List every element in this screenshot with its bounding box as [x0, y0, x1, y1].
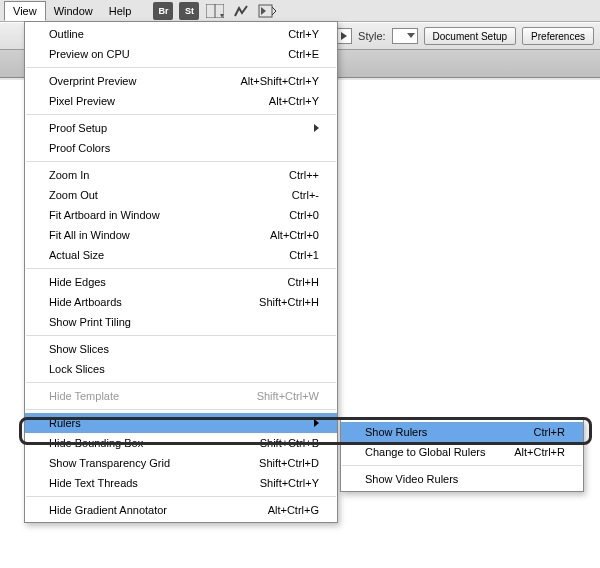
menu-label: Change to Global Rulers — [365, 445, 485, 459]
menu-shortcut: Shift+Ctrl+H — [259, 295, 319, 309]
menu-separator — [26, 382, 336, 383]
menu-label: Outline — [49, 27, 84, 41]
menu-label: Actual Size — [49, 248, 104, 262]
menu-separator — [26, 114, 336, 115]
menu-shortcut: Ctrl+H — [288, 275, 319, 289]
menu-label: Show Print Tiling — [49, 315, 131, 329]
style-label: Style: — [358, 30, 386, 42]
menu-label: Lock Slices — [49, 362, 105, 376]
menu-fit-artboard[interactable]: Fit Artboard in Window Ctrl+0 — [25, 205, 337, 225]
menu-overprint-preview[interactable]: Overprint Preview Alt+Shift+Ctrl+Y — [25, 71, 337, 91]
menu-label: Show Slices — [49, 342, 109, 356]
menu-label: Overprint Preview — [49, 74, 136, 88]
menu-label: Hide Edges — [49, 275, 106, 289]
submenu-global-rulers[interactable]: Change to Global Rulers Alt+Ctrl+R — [341, 442, 583, 462]
menu-rulers[interactable]: Rulers — [25, 413, 337, 433]
menu-shortcut: Alt+Ctrl+Y — [269, 94, 319, 108]
menu-separator — [26, 161, 336, 162]
menu-label: Rulers — [49, 416, 81, 430]
menu-shortcut: Shift+Ctrl+B — [260, 436, 319, 450]
menu-label: Hide Template — [49, 389, 119, 403]
menu-label: Zoom Out — [49, 188, 98, 202]
menu-label: Show Transparency Grid — [49, 456, 170, 470]
menu-label: Proof Colors — [49, 141, 110, 155]
menu-view[interactable]: View — [4, 1, 46, 21]
menu-shortcut: Ctrl+0 — [289, 208, 319, 222]
menu-hide-edges[interactable]: Hide Edges Ctrl+H — [25, 272, 337, 292]
menu-separator — [342, 465, 582, 466]
menu-label: Preview on CPU — [49, 47, 130, 61]
menu-actual-size[interactable]: Actual Size Ctrl+1 — [25, 245, 337, 265]
menu-separator — [26, 496, 336, 497]
stock-icon[interactable]: St — [179, 2, 199, 20]
svg-marker-2 — [220, 14, 224, 18]
menu-label: Zoom In — [49, 168, 89, 182]
menu-shortcut: Ctrl+- — [292, 188, 319, 202]
arrange-docs-icon[interactable] — [205, 2, 225, 20]
menu-label: Fit All in Window — [49, 228, 130, 242]
menu-label: Show Video Rulers — [365, 472, 458, 486]
menu-label: Hide Text Threads — [49, 476, 138, 490]
menu-label: Proof Setup — [49, 121, 107, 135]
style-swatch[interactable] — [392, 28, 418, 44]
menu-label: Fit Artboard in Window — [49, 208, 160, 222]
menu-zoom-in[interactable]: Zoom In Ctrl++ — [25, 165, 337, 185]
menu-shortcut: Shift+Ctrl+W — [257, 389, 319, 403]
menu-shortcut: Shift+Ctrl+Y — [260, 476, 319, 490]
bridge-icon[interactable]: Br — [153, 2, 173, 20]
rulers-submenu: Show Rulers Ctrl+R Change to Global Rule… — [340, 419, 584, 492]
menu-help[interactable]: Help — [101, 2, 140, 20]
menubar-icon-group: Br St — [153, 2, 277, 20]
menu-show-transparency-grid[interactable]: Show Transparency Grid Shift+Ctrl+D — [25, 453, 337, 473]
submenu-show-rulers[interactable]: Show Rulers Ctrl+R — [341, 422, 583, 442]
menu-shortcut: Ctrl+Y — [288, 27, 319, 41]
menu-pixel-preview[interactable]: Pixel Preview Alt+Ctrl+Y — [25, 91, 337, 111]
view-menu-dropdown: Outline Ctrl+Y Preview on CPU Ctrl+E Ove… — [24, 21, 338, 523]
menu-proof-colors[interactable]: Proof Colors — [25, 138, 337, 158]
menu-print-tiling[interactable]: Show Print Tiling — [25, 312, 337, 332]
preferences-button[interactable]: Preferences — [522, 27, 594, 45]
menu-outline[interactable]: Outline Ctrl+Y — [25, 24, 337, 44]
menu-label: Hide Artboards — [49, 295, 122, 309]
search-icon[interactable] — [257, 2, 277, 20]
menu-zoom-out[interactable]: Zoom Out Ctrl+- — [25, 185, 337, 205]
menu-separator — [26, 409, 336, 410]
menu-label: Hide Bounding Box — [49, 436, 143, 450]
gpu-icon[interactable] — [231, 2, 251, 20]
menu-fit-all[interactable]: Fit All in Window Alt+Ctrl+0 — [25, 225, 337, 245]
menu-lock-slices[interactable]: Lock Slices — [25, 359, 337, 379]
menu-label: Show Rulers — [365, 425, 427, 439]
graphic-style-play-icon[interactable] — [336, 28, 352, 44]
menu-hide-bounding-box[interactable]: Hide Bounding Box Shift+Ctrl+B — [25, 433, 337, 453]
menu-shortcut: Ctrl+R — [534, 425, 565, 439]
menu-shortcut: Alt+Shift+Ctrl+Y — [240, 74, 319, 88]
menu-proof-setup[interactable]: Proof Setup — [25, 118, 337, 138]
menu-preview-cpu[interactable]: Preview on CPU Ctrl+E — [25, 44, 337, 64]
submenu-arrow-icon — [314, 419, 319, 427]
menu-label: Hide Gradient Annotator — [49, 503, 167, 517]
submenu-video-rulers[interactable]: Show Video Rulers — [341, 469, 583, 489]
menu-shortcut: Ctrl++ — [289, 168, 319, 182]
menu-hide-gradient-annotator[interactable]: Hide Gradient Annotator Alt+Ctrl+G — [25, 500, 337, 520]
menu-hide-template: Hide Template Shift+Ctrl+W — [25, 386, 337, 406]
menu-window[interactable]: Window — [46, 2, 101, 20]
menu-shortcut: Ctrl+E — [288, 47, 319, 61]
submenu-arrow-icon — [314, 124, 319, 132]
menu-separator — [26, 67, 336, 68]
menu-hide-text-threads[interactable]: Hide Text Threads Shift+Ctrl+Y — [25, 473, 337, 493]
menu-label: Pixel Preview — [49, 94, 115, 108]
menu-shortcut: Alt+Ctrl+R — [514, 445, 565, 459]
menu-shortcut: Ctrl+1 — [289, 248, 319, 262]
menu-shortcut: Shift+Ctrl+D — [259, 456, 319, 470]
menu-hide-artboards[interactable]: Hide Artboards Shift+Ctrl+H — [25, 292, 337, 312]
menu-separator — [26, 335, 336, 336]
menu-show-slices[interactable]: Show Slices — [25, 339, 337, 359]
menu-separator — [26, 268, 336, 269]
menu-shortcut: Alt+Ctrl+G — [268, 503, 319, 517]
menubar: View Window Help Br St — [0, 0, 600, 22]
menu-shortcut: Alt+Ctrl+0 — [270, 228, 319, 242]
document-setup-button[interactable]: Document Setup — [424, 27, 517, 45]
